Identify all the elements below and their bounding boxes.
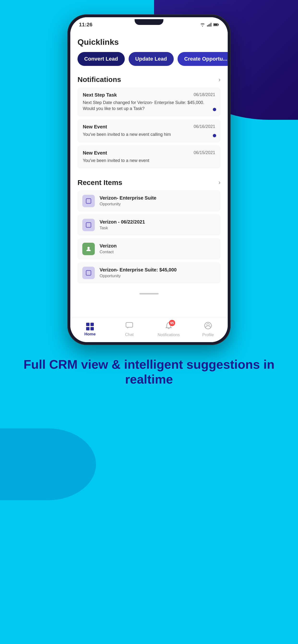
opportunity-icon-1: [85, 198, 92, 204]
svg-rect-7: [86, 198, 91, 204]
notif-2-header: New Event 06/16/2021: [83, 124, 215, 130]
nav-item-home[interactable]: Home: [78, 323, 102, 336]
create-opportunity-button[interactable]: Create Opportu...: [178, 52, 228, 66]
svg-rect-6: [214, 24, 218, 26]
recent-item-2-name: Verizon - 06/22/2021: [100, 219, 216, 225]
status-time: 11:26: [79, 22, 92, 28]
svg-rect-10: [86, 270, 91, 275]
notif-1-date: 06/18/2021: [194, 92, 215, 97]
notif-3-header: New Event 06/15/2021: [83, 150, 215, 156]
home-icon: [86, 323, 94, 330]
notif-2-title: New Event: [83, 124, 107, 130]
notification-item-2[interactable]: New Event 06/16/2021 You've been invited…: [77, 119, 221, 142]
notif-2-date: 06/16/2021: [194, 124, 215, 129]
bottom-nav: Home Chat: [70, 318, 228, 342]
notif-3-date: 06/15/2021: [194, 150, 215, 155]
notif-3-body: You've been invited to a new event: [83, 158, 215, 164]
update-lead-button[interactable]: Update Lead: [129, 52, 174, 66]
notifications-title: Notifications: [77, 76, 121, 84]
recent-item-4[interactable]: Verizon- Enterprise Suite: $45,000 Oppor…: [77, 262, 221, 284]
recent-item-3[interactable]: Verizon Contact: [77, 238, 221, 260]
quicklinks-row: Convert Lead Update Lead Create Opportu.…: [77, 52, 221, 66]
chat-icon: [125, 322, 133, 331]
signal-icon: [207, 23, 211, 26]
nav-item-notifications[interactable]: 95 Notifications: [157, 322, 181, 337]
svg-rect-3: [211, 23, 211, 26]
screen-content[interactable]: Quicklinks Convert Lead Update Lead Crea…: [70, 30, 228, 318]
notifications-chevron[interactable]: ›: [218, 76, 221, 84]
svg-rect-5: [218, 24, 219, 26]
notif-2-unread-dot: [213, 134, 216, 137]
profile-icon: [204, 322, 212, 331]
recent-item-4-info: Verizon- Enterprise Suite: $45,000 Oppor…: [100, 267, 216, 278]
recent-item-3-icon: [82, 243, 95, 255]
recent-item-1-type: Opportunity: [100, 202, 216, 206]
recent-items-title: Recent Items: [77, 178, 122, 187]
notifications-nav-label: Notifications: [158, 332, 180, 337]
recent-items-section: Recent Items › Verizon- Enterprise Suite: [70, 174, 228, 289]
svg-point-13: [207, 324, 209, 326]
recent-item-4-name: Verizon- Enterprise Suite: $45,000: [100, 267, 216, 273]
notif-1-title: Next Step Task: [83, 92, 117, 98]
recent-item-2-icon: [82, 219, 95, 231]
contact-icon: [85, 246, 92, 252]
notif-1-body: Next Step Date changed for Verizon- Ente…: [83, 100, 215, 112]
recent-item-3-type: Contact: [100, 250, 216, 254]
notif-3-title: New Event: [83, 150, 107, 156]
tagline-section: Full CRM view & intelligent suggestions …: [0, 345, 298, 401]
recent-items-header: Recent Items ›: [77, 178, 221, 187]
nav-item-profile[interactable]: Profile: [196, 322, 220, 337]
notif-2-body: You've been invited to a new event calli…: [83, 132, 215, 138]
task-icon: [85, 222, 92, 228]
phone-frame: 11:26: [67, 14, 231, 345]
recent-items-chevron[interactable]: ›: [218, 179, 221, 186]
svg-rect-2: [209, 24, 210, 26]
convert-lead-button[interactable]: Convert Lead: [77, 52, 125, 66]
recent-item-4-type: Opportunity: [100, 274, 216, 278]
recent-item-1[interactable]: Verizon- Enterprise Suite Opportunity: [77, 190, 221, 212]
chat-label: Chat: [125, 332, 134, 337]
status-bar: 11:26: [70, 17, 228, 30]
phone-screen: 11:26: [70, 17, 228, 342]
status-icons: [200, 23, 219, 26]
recent-item-2-type: Task: [100, 226, 216, 230]
tagline-text: Full CRM view & intelligent suggestions …: [19, 357, 279, 387]
notifications-badge: 95: [169, 320, 175, 326]
phone-wrapper: 11:26: [67, 14, 231, 345]
wifi-icon: [200, 23, 205, 26]
recent-item-1-name: Verizon- Enterprise Suite: [100, 195, 216, 201]
notifications-section: Notifications › Next Step Task 06/18/202…: [70, 71, 228, 174]
bell-icon: 95: [165, 322, 172, 331]
battery-icon: [213, 23, 219, 26]
recent-item-1-icon: [82, 195, 95, 207]
recent-item-1-info: Verizon- Enterprise Suite Opportunity: [100, 195, 216, 206]
svg-rect-0: [207, 25, 208, 26]
notification-item-1[interactable]: Next Step Task 06/18/2021 Next Step Date…: [77, 88, 221, 116]
background-blob-2: [0, 428, 96, 500]
notif-1-header: Next Step Task 06/18/2021: [83, 92, 215, 98]
svg-rect-1: [208, 24, 209, 26]
recent-item-2-info: Verizon - 06/22/2021 Task: [100, 219, 216, 230]
svg-rect-8: [86, 222, 91, 227]
notifications-header: Notifications ›: [77, 76, 221, 84]
nav-item-chat[interactable]: Chat: [117, 322, 141, 337]
svg-point-9: [87, 247, 90, 249]
recent-item-4-icon: [82, 267, 95, 279]
quicklinks-title: Quicklinks: [77, 38, 221, 47]
home-label: Home: [84, 332, 95, 336]
notif-1-unread-dot: [213, 108, 216, 111]
opportunity-icon-2: [85, 270, 92, 276]
recent-item-2[interactable]: Verizon - 06/22/2021 Task: [77, 214, 221, 236]
recent-item-3-name: Verizon: [100, 243, 216, 249]
quicklinks-section: Quicklinks Convert Lead Update Lead Crea…: [70, 30, 228, 71]
profile-label: Profile: [202, 332, 214, 337]
svg-rect-11: [126, 322, 133, 327]
notification-item-3[interactable]: New Event 06/15/2021 You've been invited…: [77, 146, 221, 168]
recent-item-3-info: Verizon Contact: [100, 243, 216, 254]
